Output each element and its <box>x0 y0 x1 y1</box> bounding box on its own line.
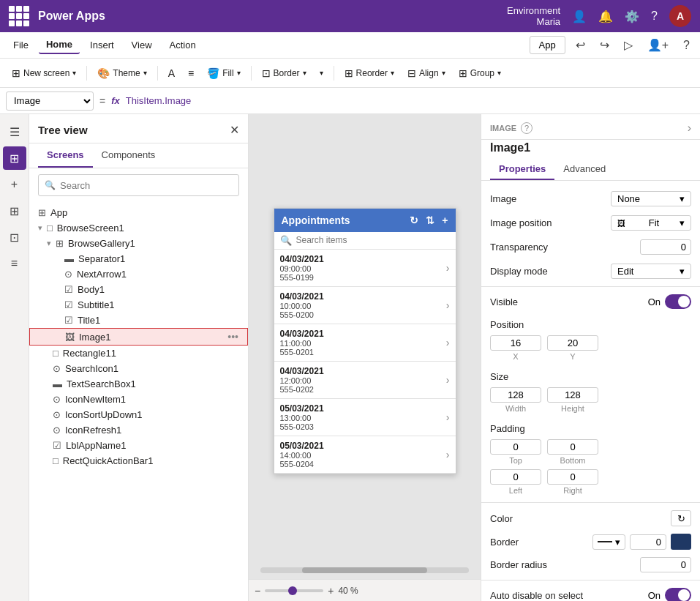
list-item[interactable]: 04/03/2021 11:00:00 555-0201 › <box>274 324 456 362</box>
settings-icon[interactable]: ⚙️ <box>625 10 639 23</box>
undo-icon[interactable]: ↩ <box>571 35 590 55</box>
rp-color-button[interactable]: ↻ <box>671 510 691 526</box>
tree-item-lblappname1[interactable]: ☑ LblAppName1 <box>29 438 248 453</box>
side-icon-menu[interactable]: ☰ <box>3 120 26 143</box>
side-icon-add[interactable]: + <box>3 173 26 196</box>
bell-icon[interactable]: 🔔 <box>598 10 613 23</box>
rp-tab-properties[interactable]: Properties <box>490 159 554 180</box>
side-icon-components[interactable]: ⊡ <box>3 225 26 249</box>
tree-item-separator1[interactable]: ▬ Separator1 <box>29 251 248 266</box>
tree-item-browsescreen1[interactable]: ▾ □ BrowseScreen1 <box>29 220 248 236</box>
formula-input[interactable] <box>126 92 694 111</box>
rp-padding-top-input[interactable] <box>490 439 541 455</box>
rp-visible-toggle[interactable] <box>665 294 691 309</box>
tree-item-searchicon1[interactable]: ⊙ SearchIcon1 <box>29 361 248 376</box>
phone-search-input[interactable] <box>296 235 450 245</box>
rp-size-height-input[interactable] <box>547 387 598 403</box>
menu-home[interactable]: Home <box>39 36 80 54</box>
help-icon[interactable]: ? <box>651 10 658 23</box>
tree-close-button[interactable]: ✕ <box>230 123 239 137</box>
tree-item-image1[interactable]: 🖼 Image1 ••• <box>29 328 248 346</box>
phone-search[interactable]: 🔍 <box>274 232 456 250</box>
rp-tab-advanced[interactable]: Advanced <box>554 159 614 180</box>
tree-item-browsegallery1[interactable]: ▾ ⊞ BrowseGallery1 <box>29 236 248 251</box>
menu-insert[interactable]: Insert <box>83 37 121 53</box>
rp-image-dropdown[interactable]: None ▾ <box>611 191 691 206</box>
formula-selector[interactable]: Image <box>6 92 94 111</box>
rp-padding-bottom-input[interactable] <box>547 439 598 455</box>
h-scroll-bar[interactable] <box>260 567 469 573</box>
side-icon-data[interactable]: ⊞ <box>3 199 26 223</box>
rp-padding-left-input[interactable] <box>490 469 541 485</box>
zoom-in-button[interactable]: + <box>328 585 334 597</box>
menu-action[interactable]: Action <box>162 37 203 53</box>
menu-file[interactable]: File <box>6 37 36 53</box>
tree-item-textsearchbox1[interactable]: ▬ TextSearchBox1 <box>29 376 248 392</box>
border-button[interactable]: ⊡ Border ▾ <box>256 64 312 82</box>
theme-button[interactable]: 🎨 Theme ▾ <box>91 64 152 82</box>
scroll-handle[interactable] <box>302 567 427 573</box>
app-grid-icon[interactable] <box>9 6 29 26</box>
align-button[interactable]: ⊟ Align ▾ <box>402 64 451 82</box>
tree-item-body1[interactable]: ☑ Body1 <box>29 282 248 297</box>
new-screen-chevron: ▾ <box>72 69 76 77</box>
tree-item-subtitle1[interactable]: ☑ Subtitle1 <box>29 297 248 313</box>
rp-pos-x-input[interactable] <box>490 335 541 351</box>
rp-size-width-input[interactable] <box>490 387 541 403</box>
sort-header-icon[interactable]: ⇅ <box>426 214 434 226</box>
tree-item-app[interactable]: ⊞ App <box>29 205 248 220</box>
align-text-button[interactable]: ≡ <box>182 64 200 82</box>
zoom-out-button[interactable]: − <box>255 585 260 597</box>
rp-display-mode-dropdown[interactable]: Edit ▾ <box>611 264 691 279</box>
group-button[interactable]: ⊞ Group ▾ <box>453 64 507 82</box>
tree-item-rectquickactionbar1[interactable]: □ RectQuickActionBar1 <box>29 453 248 469</box>
tree-search-input[interactable] <box>60 180 233 191</box>
rp-image-position-dropdown[interactable]: 🖼 Fit ▾ <box>611 215 691 231</box>
list-item[interactable]: 04/03/2021 12:00:00 555-0202 › <box>274 362 456 399</box>
rp-border-input[interactable] <box>630 534 666 550</box>
rp-pos-y-input[interactable] <box>547 335 598 351</box>
rp-border-radius-input[interactable] <box>640 557 691 572</box>
more-button[interactable]: ▾ <box>314 66 329 80</box>
tree-item-rectangle11[interactable]: □ Rectangle11 <box>29 346 248 361</box>
refresh-header-icon[interactable]: ↻ <box>410 214 418 226</box>
rp-transparency-input[interactable] <box>640 239 691 255</box>
rp-border-style-dropdown[interactable]: ▾ <box>592 534 625 550</box>
play-icon[interactable]: ▷ <box>620 35 637 55</box>
list-item[interactable]: 05/03/2021 13:00:00 555-0203 › <box>274 399 456 436</box>
rp-padding-right-input[interactable] <box>547 469 598 485</box>
border-line-icon <box>598 541 612 542</box>
redo-icon[interactable]: ↪ <box>595 35 614 55</box>
share-icon[interactable]: 👤+ <box>643 35 673 55</box>
person-icon[interactable]: 👤 <box>572 10 587 23</box>
rp-expand-icon[interactable]: › <box>688 122 691 135</box>
tree-item-iconrefresh1[interactable]: ⊙ IconRefresh1 <box>29 422 248 438</box>
add-header-icon[interactable]: + <box>442 214 448 226</box>
side-icon-tree[interactable]: ⊞ <box>3 146 26 170</box>
side-icon-vars[interactable]: ≡ <box>3 252 26 275</box>
zoom-slider[interactable] <box>265 589 323 592</box>
app-button[interactable]: App <box>530 36 565 54</box>
tree-item-iconsortupdown1[interactable]: ⊙ IconSortUpDown1 <box>29 407 248 422</box>
menu-help-icon[interactable]: ? <box>679 36 694 55</box>
avatar[interactable]: A <box>669 5 691 27</box>
rp-border-color-swatch[interactable] <box>671 534 691 550</box>
menu-view[interactable]: View <box>124 37 159 53</box>
rp-auto-disable-toggle[interactable] <box>665 588 691 601</box>
tree-tab-screens[interactable]: Screens <box>38 143 93 168</box>
zoom-thumb[interactable] <box>288 586 297 595</box>
list-item[interactable]: 04/03/2021 10:00:00 555-0200 › <box>274 287 456 324</box>
list-item[interactable]: 04/03/2021 09:00:00 555-0199 › <box>274 250 456 287</box>
tree-tab-components[interactable]: Components <box>93 143 165 168</box>
reorder-button[interactable]: ⊞ Reorder ▾ <box>339 64 400 82</box>
font-button[interactable]: A <box>162 64 181 82</box>
tree-item-nextarrow1[interactable]: ⊙ NextArrow1 <box>29 266 248 282</box>
tree-item-more[interactable]: ••• <box>227 331 238 343</box>
tree-item-title1[interactable]: ☑ Title1 <box>29 313 248 328</box>
tree-search-box[interactable]: 🔍 <box>38 174 239 196</box>
fill-button[interactable]: 🪣 Fill ▾ <box>201 64 246 82</box>
tree-item-iconnewitem1[interactable]: ⊙ IconNewItem1 <box>29 392 248 407</box>
list-item[interactable]: 05/03/2021 14:00:00 555-0204 › <box>274 436 456 474</box>
rp-help-icon[interactable]: ? <box>521 122 532 134</box>
new-screen-button[interactable]: ⊞ New screen ▾ <box>6 64 82 82</box>
